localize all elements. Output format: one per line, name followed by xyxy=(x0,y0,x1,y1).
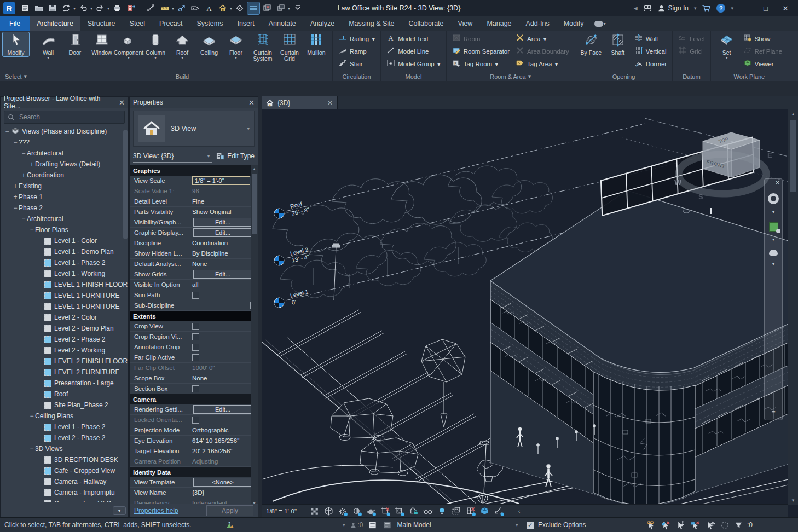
view-scale-button[interactable]: 1/8" = 1'-0" xyxy=(266,508,305,514)
tree-item[interactable]: Level 2 - Color xyxy=(1,312,128,323)
checkbox[interactable] xyxy=(192,333,199,340)
steering-wheel-icon[interactable] xyxy=(768,193,779,204)
property-row[interactable]: View Template<None> xyxy=(130,477,258,488)
type-selector[interactable]: 3D View ▾ xyxy=(133,111,255,147)
collapse-icon[interactable]: − xyxy=(28,412,35,420)
3d-view-scene[interactable]: Roof 26' - 8" Level 2 13' - 4" Level 1 xyxy=(262,109,788,505)
tree-item[interactable]: +Phase 1 xyxy=(1,192,128,203)
detail-level-button[interactable] xyxy=(309,506,320,517)
orbit-tool-icon[interactable] xyxy=(769,250,778,256)
type-selector-dropdown-icon[interactable]: ▾ xyxy=(247,126,250,131)
checkbox[interactable] xyxy=(192,417,199,424)
property-row[interactable]: Scale Value 1:96 xyxy=(130,186,258,196)
navbar-chevron-icon[interactable]: ▾ xyxy=(772,237,774,242)
tab-massing-site[interactable]: Massing & Site xyxy=(342,16,401,31)
property-row[interactable]: Sub-Discipline xyxy=(130,300,258,311)
sync-dropdown-icon[interactable]: ▾ xyxy=(73,6,76,11)
browser-scrollbar[interactable] xyxy=(123,130,128,239)
panel-label-model[interactable]: Model xyxy=(381,72,446,81)
room-button[interactable]: Room xyxy=(449,32,512,45)
door-button[interactable]: Door xyxy=(62,32,88,56)
tree-item[interactable]: Level 2 - Phase 2 xyxy=(1,334,128,345)
search-icon[interactable] xyxy=(643,4,652,13)
crop-view-button[interactable] xyxy=(380,506,391,517)
infocenter-collapse-icon[interactable]: ◀ xyxy=(634,5,638,11)
panel-label-circulation[interactable]: Circulation xyxy=(333,72,380,81)
panel-label-select[interactable]: Select▾ xyxy=(0,72,32,81)
press-drag-toggle[interactable] xyxy=(720,520,730,530)
dormer-button[interactable]: Dormer xyxy=(632,57,669,70)
redo-button[interactable] xyxy=(94,2,106,14)
worksharing-icon[interactable] xyxy=(225,518,234,532)
collapse-icon[interactable]: − xyxy=(28,226,35,234)
property-row[interactable]: Scope BoxNone xyxy=(130,373,258,384)
select-underlay-toggle[interactable] xyxy=(661,520,671,530)
reveal-hidden-button[interactable] xyxy=(437,506,448,517)
checkbox[interactable] xyxy=(192,344,199,351)
tab-analyze[interactable]: Analyze xyxy=(303,16,342,31)
project-browser-header[interactable]: Project Browser - Law Office with Site..… xyxy=(1,97,128,108)
edit-button[interactable]: Edit... xyxy=(193,270,252,279)
collapse-icon[interactable]: − xyxy=(12,204,19,212)
panel-label-room-area[interactable]: Room & Area▾ xyxy=(447,72,575,81)
tree-item[interactable]: +Drafting Views (Detail) xyxy=(1,159,128,170)
default-3d-view-dropdown-icon[interactable]: ▾ xyxy=(230,6,232,11)
component-button[interactable]: Component▾ xyxy=(115,32,142,60)
revit-logo[interactable]: R xyxy=(3,2,15,14)
property-row[interactable]: Visibility/Graph...Edit... xyxy=(130,217,258,228)
switch-windows-button[interactable] xyxy=(275,2,287,14)
open-button[interactable] xyxy=(33,2,45,14)
maximize-button[interactable]: □ xyxy=(759,2,773,14)
checkbox[interactable] xyxy=(192,292,199,299)
hide-isolate-button[interactable] xyxy=(423,506,433,517)
apply-button[interactable]: Apply xyxy=(206,505,253,516)
scroll-up-icon[interactable]: ▴ xyxy=(788,109,798,118)
section-button[interactable] xyxy=(234,2,246,14)
floor-button[interactable]: Floor▾ xyxy=(223,32,249,60)
scroll-down-icon[interactable]: ▾ xyxy=(788,496,798,505)
tab-modify[interactable]: Modify xyxy=(557,16,591,31)
window-button[interactable]: Window xyxy=(89,32,115,56)
property-row[interactable]: Crop View xyxy=(130,321,258,332)
tree-item[interactable]: Presentation - Large xyxy=(1,378,128,389)
edit-button[interactable]: <None> xyxy=(193,478,252,487)
tag-area-button[interactable]: Tag Area▾ xyxy=(513,57,572,70)
project-browser-toggle-button[interactable] xyxy=(19,2,31,14)
undo-button[interactable] xyxy=(77,2,89,14)
tab-add-ins[interactable]: Add-Ins xyxy=(519,16,557,31)
viewer-button[interactable]: Viewer xyxy=(741,57,785,70)
tree-item[interactable]: Level 1 - Demo Plan xyxy=(1,246,128,257)
modify-button[interactable]: Modify xyxy=(3,32,29,56)
tree-item[interactable]: Level 1 - Color xyxy=(1,235,128,246)
property-row[interactable]: Target Elevation20' 2 165/256" xyxy=(130,446,258,456)
panel-label-datum[interactable]: Datum xyxy=(673,72,710,81)
view-type-combo[interactable]: 3D View: {3D} ▾ xyxy=(133,150,212,163)
browser-search-input[interactable] xyxy=(18,113,102,122)
wall-button[interactable]: Wall▾ xyxy=(35,32,61,60)
property-row[interactable]: Show GridsEdit... xyxy=(130,269,258,280)
navbar-menu-icon[interactable]: ≡ xyxy=(771,409,775,417)
tree-item[interactable]: −Phase 2 xyxy=(1,203,128,213)
displacement-sets-button[interactable] xyxy=(480,506,490,517)
browser-scroll-down-button[interactable]: ▾ xyxy=(113,506,126,515)
view-lock-button[interactable] xyxy=(409,506,419,517)
project-browser-close-icon[interactable]: ✕ xyxy=(119,99,125,107)
property-row[interactable]: Crop Region Vi... xyxy=(130,332,258,342)
area-button[interactable]: Area▾ xyxy=(513,32,572,45)
edit-button[interactable]: Edit... xyxy=(193,218,252,227)
editing-requests-button[interactable]: :0 xyxy=(350,521,363,529)
temp-view-props-button[interactable] xyxy=(452,506,462,517)
section-graphics[interactable]: Graphics« xyxy=(130,165,258,176)
stair-button[interactable]: Stair xyxy=(336,57,378,70)
sync-button[interactable] xyxy=(60,2,72,14)
tree-item[interactable]: −Ceiling Plans xyxy=(1,410,128,421)
tree-item[interactable]: −3D Views xyxy=(1,443,128,454)
section-camera[interactable]: Camera« xyxy=(130,394,258,404)
checkbox[interactable] xyxy=(192,323,199,330)
show-button[interactable]: Show xyxy=(741,32,785,45)
tree-item[interactable]: +Existing xyxy=(1,181,128,192)
tab-collaborate[interactable]: Collaborate xyxy=(402,16,451,31)
tag-by-category-button[interactable] xyxy=(189,2,201,14)
property-row[interactable]: Annotation Crop xyxy=(130,342,258,352)
tree-item[interactable]: −??? xyxy=(1,137,128,148)
